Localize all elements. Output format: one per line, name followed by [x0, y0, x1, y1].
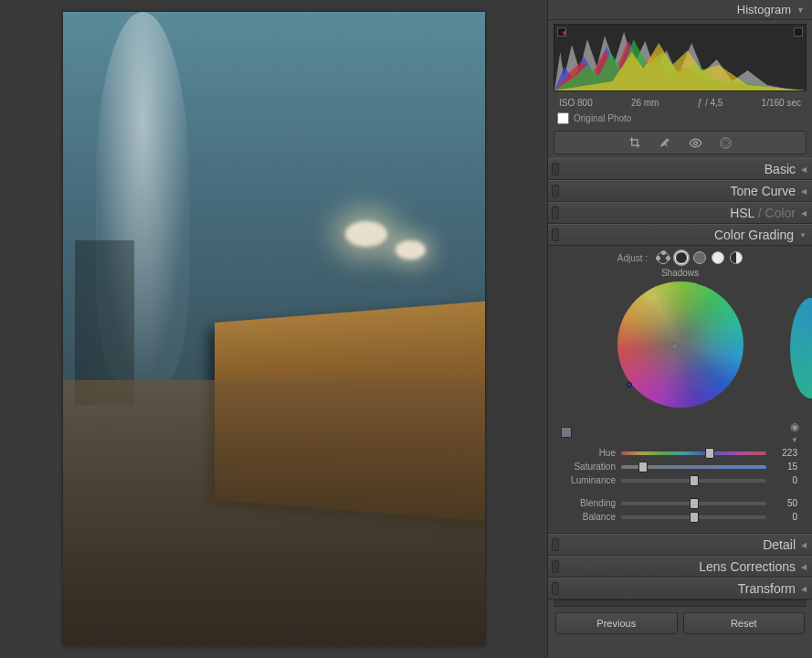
blending-value: 50: [772, 498, 797, 508]
histogram-header[interactable]: Histogram ▼: [548, 0, 812, 20]
hsl-section-header[interactable]: HSL / Color ◀: [548, 202, 812, 224]
shadows-color-wheel[interactable]: [617, 281, 743, 408]
svg-point-0: [693, 141, 697, 144]
reset-button[interactable]: Reset: [683, 612, 806, 634]
saturation-slider-row: Saturation 15: [554, 460, 807, 473]
color-wheel-container: [554, 281, 807, 419]
hsl-title: HSL / Color: [730, 206, 796, 220]
visibility-eye-icon[interactable]: ◉: [790, 420, 799, 433]
image-canvas[interactable]: [0, 0, 547, 658]
hue-value: 223: [772, 448, 797, 458]
highlights-wheel-icon[interactable]: [712, 251, 724, 264]
highlight-clipping-indicator[interactable]: [794, 27, 803, 37]
panel-toggle-icon[interactable]: [552, 582, 559, 595]
histogram-graph[interactable]: [554, 24, 807, 91]
panel-toggle-icon[interactable]: [552, 163, 559, 175]
develop-right-panel: Histogram ▼ ISO 800 26 mm ƒ / 4,5 1/160 …: [547, 0, 812, 658]
balance-label: Balance: [563, 512, 616, 522]
lens-section-header[interactable]: Lens Corrections ◀: [548, 556, 812, 578]
svg-point-1: [720, 137, 730, 147]
detail-section-header[interactable]: Detail ◀: [548, 534, 812, 556]
luminance-value: 0: [772, 475, 797, 485]
healing-tool-icon[interactable]: [659, 136, 672, 150]
saturation-value: 15: [772, 462, 797, 472]
transform-title: Transform: [738, 581, 796, 596]
footer-buttons: Previous Reset: [548, 607, 812, 640]
crop-tool-icon[interactable]: [628, 136, 642, 150]
histogram-icon: [554, 25, 806, 90]
midtones-wheel-icon[interactable]: [693, 251, 706, 264]
balance-value: 0: [772, 512, 797, 522]
histogram-title: Histogram: [737, 3, 791, 16]
chevron-down-icon: ▼: [799, 231, 807, 239]
colorgrading-section-header[interactable]: Color Grading ▼: [548, 224, 812, 246]
colorgrade-subhead: Shadows: [554, 268, 807, 278]
chevron-left-icon: ◀: [801, 541, 807, 549]
slider-thumb[interactable]: [690, 512, 699, 523]
balance-slider-row: Balance 0: [554, 510, 807, 524]
balance-slider[interactable]: [621, 515, 766, 519]
expand-sliders-icon[interactable]: ▼: [791, 436, 798, 444]
local-tools-strip: [554, 131, 807, 154]
chevron-left-icon: ◀: [801, 585, 807, 593]
blending-slider-row: Blending 50: [554, 496, 807, 510]
exif-info: ISO 800 26 mm ƒ / 4,5 1/160 sec: [548, 95, 812, 110]
detail-title: Detail: [763, 537, 796, 552]
exif-shutter: 1/160 sec: [762, 98, 801, 108]
previous-button[interactable]: Previous: [555, 612, 678, 634]
hue-slider-row: Hue 223: [554, 446, 807, 460]
panel-toggle-icon[interactable]: [552, 185, 559, 197]
transform-section-header[interactable]: Transform ◀: [548, 578, 812, 600]
chevron-left-icon: ◀: [801, 563, 807, 571]
threeway-view-icon[interactable]: [657, 251, 670, 264]
panel-toggle-icon[interactable]: [552, 560, 559, 573]
adjust-target-row: Adjust :: [554, 251, 807, 264]
exif-focal: 26 mm: [631, 98, 659, 108]
color-wheel-handle[interactable]: [671, 343, 679, 350]
saturation-slider[interactable]: [621, 465, 766, 469]
chevron-left-icon: ◀: [801, 209, 807, 218]
chevron-left-icon: ◀: [801, 165, 807, 174]
color-wheel-point[interactable]: [627, 382, 632, 387]
slider-thumb[interactable]: [690, 475, 699, 486]
lens-title: Lens Corrections: [699, 559, 796, 574]
exif-aperture: ƒ / 4,5: [698, 98, 723, 108]
panel-toggle-icon[interactable]: [552, 207, 559, 219]
panel-toggle-icon[interactable]: [552, 538, 559, 551]
chevron-down-icon: ▼: [796, 5, 805, 15]
next-color-wheel-peek[interactable]: [790, 298, 812, 398]
shadow-clipping-indicator[interactable]: [557, 27, 566, 37]
colorgrading-body: Adjust : Shadows ◉ ▼ Hue 223: [548, 246, 812, 534]
luminance-label: Luminance: [563, 475, 616, 485]
slider-thumb[interactable]: [690, 498, 699, 509]
hue-slider[interactable]: [621, 451, 766, 455]
exif-iso: ISO 800: [559, 98, 593, 108]
blending-label: Blending: [563, 498, 616, 508]
panel-scrollbar[interactable]: [554, 600, 807, 607]
saturation-label: Saturation: [563, 462, 616, 472]
blending-slider[interactable]: [621, 502, 766, 505]
basic-section-header[interactable]: Basic ◀: [548, 158, 812, 180]
slider-thumb[interactable]: [705, 448, 714, 459]
luminance-slider-row: Luminance 0: [554, 473, 807, 487]
redeye-tool-icon[interactable]: [689, 136, 702, 150]
luminance-slider[interactable]: [621, 479, 766, 483]
original-photo-row: Original Photo: [548, 110, 812, 129]
panel-toggle-icon[interactable]: [552, 228, 559, 241]
global-wheel-icon[interactable]: [730, 251, 743, 264]
chevron-left-icon: ◀: [801, 187, 807, 196]
shadows-wheel-icon[interactable]: [675, 251, 688, 264]
colorgrading-title: Color Grading: [714, 228, 794, 242]
masking-tool-icon[interactable]: [719, 136, 733, 150]
svg-point-2: [722, 140, 728, 145]
photo-preview: [63, 12, 485, 646]
tonecurve-section-header[interactable]: Tone Curve ◀: [548, 180, 812, 202]
slider-thumb[interactable]: [638, 462, 648, 472]
color-swatch[interactable]: [561, 427, 572, 438]
original-photo-checkbox[interactable]: [557, 112, 569, 124]
original-photo-label: Original Photo: [574, 113, 631, 123]
basic-title: Basic: [765, 162, 796, 176]
tonecurve-title: Tone Curve: [730, 184, 796, 198]
adjust-label: Adjust :: [617, 253, 648, 263]
hue-label: Hue: [563, 448, 616, 458]
